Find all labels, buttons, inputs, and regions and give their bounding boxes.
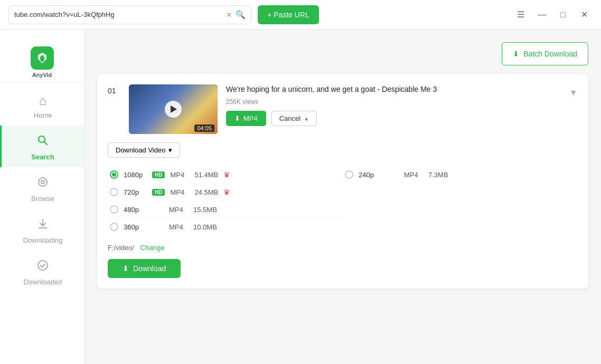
svg-point-5 bbox=[38, 261, 48, 270]
sidebar-item-search[interactable]: Search bbox=[0, 126, 84, 167]
quality-row-360p[interactable]: 360p MP4 10.0MB bbox=[108, 218, 343, 235]
quality-row-1080p[interactable]: 1080p HD MP4 51.4MB ♛ bbox=[108, 166, 343, 184]
radio-720p[interactable] bbox=[110, 188, 118, 196]
quality-col-right: 240p MP4 7.3MB bbox=[343, 166, 578, 235]
quality-label-1080p: 1080p bbox=[124, 171, 147, 179]
hd-badge-720p: HD bbox=[152, 189, 165, 196]
content-header: ⬇ Batch Download bbox=[97, 42, 588, 65]
sidebar-item-home[interactable]: ⌂ Home bbox=[0, 85, 84, 126]
video-info-row: 01 04:05 We're hoping for a unicorn, and… bbox=[108, 84, 578, 134]
video-duration: 04:05 bbox=[194, 124, 214, 132]
play-triangle-icon bbox=[171, 106, 177, 113]
quality-label-480p: 480p bbox=[124, 206, 147, 214]
quality-label-720p: 720p bbox=[124, 188, 147, 196]
batch-download-icon: ⬇ bbox=[513, 50, 519, 58]
download-btn-icon: ⬇ bbox=[123, 264, 129, 273]
paste-url-button[interactable]: + Paste URL bbox=[258, 5, 319, 24]
download-button[interactable]: ⬇ Download bbox=[108, 259, 181, 278]
download-btn-label: Download bbox=[133, 264, 166, 273]
sidebar-item-downloaded[interactable]: Downloaded bbox=[0, 251, 84, 292]
downloaded-icon bbox=[36, 259, 49, 275]
download-video-dropdown[interactable]: Download Video ▾ bbox=[108, 142, 180, 158]
cancel-label: Cancel bbox=[279, 114, 300, 122]
minimize-button[interactable]: — bbox=[533, 6, 550, 23]
cancel-button[interactable]: Cancel ▲ bbox=[271, 111, 317, 126]
quality-format-720p: MP4 bbox=[170, 188, 189, 196]
app-name: AnyVid bbox=[32, 72, 52, 78]
mp4-label: MP4 bbox=[243, 114, 258, 122]
quality-label-240p: 240p bbox=[359, 171, 382, 179]
quality-format-1080p: MP4 bbox=[170, 171, 189, 179]
url-bar: tube.com/watch?v=uL-3kQfphHg ✕ 🔍 bbox=[8, 5, 251, 24]
video-card: 01 04:05 We're hoping for a unicorn, and… bbox=[97, 74, 588, 289]
main-layout: AnyVid ⌂ Home Search Browse bbox=[0, 30, 601, 364]
quality-row-480p[interactable]: 480p MP4 15.5MB bbox=[108, 201, 343, 218]
app-logo bbox=[31, 46, 54, 70]
radio-240p[interactable] bbox=[345, 170, 353, 179]
video-title: We're hoping for a unicorn, and we get a… bbox=[226, 84, 560, 95]
video-actions: ⬇ MP4 Cancel ▲ bbox=[226, 111, 560, 126]
radio-360p[interactable] bbox=[110, 223, 118, 231]
sidebar-search-label: Search bbox=[31, 153, 54, 161]
quality-size-720p: 24.5MB bbox=[194, 188, 218, 196]
svg-point-3 bbox=[41, 180, 44, 184]
maximize-button[interactable]: □ bbox=[555, 6, 571, 23]
crown-icon-720p: ♛ bbox=[223, 188, 230, 196]
chevron-up-icon: ▲ bbox=[304, 116, 309, 121]
sidebar-item-downloading[interactable]: Downloading bbox=[0, 209, 84, 251]
save-path-text: F:/video/ bbox=[108, 244, 134, 252]
window-controls: ☰ — □ ✕ bbox=[512, 6, 593, 23]
quality-size-240p: 7.3MB bbox=[428, 171, 448, 179]
quality-label-360p: 360p bbox=[124, 223, 147, 231]
sidebar-browse-label: Browse bbox=[31, 195, 54, 203]
hd-badge-1080p: HD bbox=[152, 171, 165, 178]
content-area: ⬇ Batch Download 01 04:05 We're hoping f… bbox=[84, 30, 601, 364]
sidebar-home-label: Home bbox=[34, 111, 52, 119]
svg-point-0 bbox=[39, 136, 45, 142]
browse-icon bbox=[36, 176, 49, 191]
svg-line-1 bbox=[44, 142, 47, 145]
radio-1080p[interactable] bbox=[110, 170, 118, 179]
dropdown-arrow-icon: ▾ bbox=[168, 146, 172, 154]
url-text: tube.com/watch?v=uL-3kQfphHg bbox=[14, 11, 223, 18]
play-button[interactable] bbox=[165, 101, 182, 118]
sidebar-downloading-label: Downloading bbox=[23, 236, 62, 244]
download-video-label: Download Video bbox=[116, 146, 165, 154]
quality-format-360p: MP4 bbox=[169, 223, 188, 231]
url-clear-icon[interactable]: ✕ bbox=[226, 11, 232, 19]
expand-arrow-icon[interactable]: ▾ bbox=[569, 84, 578, 100]
logo-area: AnyVid bbox=[0, 38, 84, 83]
downloading-icon bbox=[36, 217, 49, 233]
search-sidebar-icon bbox=[36, 134, 49, 150]
svg-point-2 bbox=[39, 178, 47, 186]
quality-col-left: 1080p HD MP4 51.4MB ♛ 720p HD MP4 24.5MB… bbox=[108, 166, 343, 235]
radio-480p[interactable] bbox=[110, 205, 118, 214]
quality-row-240p[interactable]: 240p MP4 7.3MB bbox=[343, 166, 578, 183]
quality-size-480p: 15.5MB bbox=[193, 206, 217, 214]
sidebar-item-browse[interactable]: Browse bbox=[0, 167, 84, 209]
video-meta: We're hoping for a unicorn, and we get a… bbox=[226, 84, 560, 126]
video-views: 256K views bbox=[226, 98, 560, 106]
download-options-header: Download Video ▾ bbox=[108, 142, 578, 158]
video-number: 01 bbox=[108, 84, 120, 95]
crown-icon-1080p: ♛ bbox=[223, 170, 230, 179]
quality-grid: 1080p HD MP4 51.4MB ♛ 720p HD MP4 24.5MB… bbox=[108, 166, 578, 235]
quality-size-360p: 10.0MB bbox=[193, 223, 217, 231]
menu-button[interactable]: ☰ bbox=[512, 6, 529, 23]
batch-download-label: Batch Download bbox=[523, 50, 577, 58]
home-icon: ⌂ bbox=[39, 93, 47, 108]
video-thumbnail[interactable]: 04:05 bbox=[129, 84, 218, 134]
mp4-button[interactable]: ⬇ MP4 bbox=[226, 111, 266, 126]
sidebar: AnyVid ⌂ Home Search Browse bbox=[0, 30, 84, 364]
quality-row-720p[interactable]: 720p HD MP4 24.5MB ♛ bbox=[108, 184, 343, 201]
search-icon: 🔍 bbox=[236, 10, 246, 20]
sidebar-downloaded-label: Downloaded bbox=[24, 278, 62, 286]
quality-size-1080p: 51.4MB bbox=[194, 171, 218, 179]
quality-format-240p: MP4 bbox=[404, 171, 423, 179]
download-icon-small: ⬇ bbox=[234, 114, 240, 122]
change-path-button[interactable]: Change bbox=[140, 244, 165, 252]
close-button[interactable]: ✕ bbox=[576, 6, 593, 23]
quality-format-480p: MP4 bbox=[169, 206, 188, 214]
batch-download-button[interactable]: ⬇ Batch Download bbox=[502, 42, 588, 65]
radio-inner-1080p bbox=[112, 173, 116, 177]
